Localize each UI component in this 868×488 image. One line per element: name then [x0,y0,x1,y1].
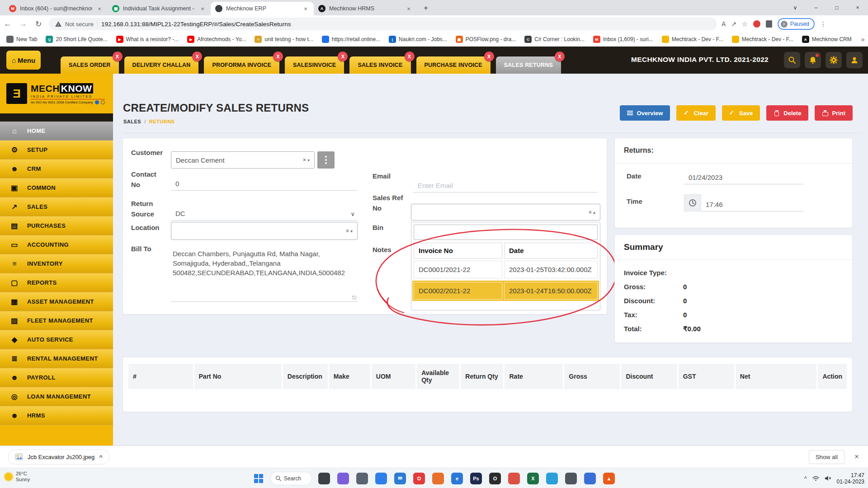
bookmark-star-icon[interactable]: ☆ [742,20,748,28]
download-item[interactable]: Jcb Excavator Js200.jpeg ^ [8,449,109,465]
bookmark-item[interactable]: A Mechknow CRM [802,36,852,43]
maximize-icon[interactable]: □ [826,0,847,15]
sidebar-item[interactable]: ◎ LOAN MANAGEMENT [0,387,113,406]
action-button[interactable]: Print [815,105,853,121]
browser-tab[interactable]: A Mechknow HRMS × [314,2,417,15]
bell-icon[interactable] [805,52,821,68]
app-tab-close-icon[interactable]: X [484,52,494,61]
bookmark-item[interactable]: Q 20 Short Life Quote... [46,36,107,43]
date-input[interactable]: 01/24/2023 [684,168,803,184]
taskbar-app-icon[interactable] [565,473,577,484]
taskbar-clock[interactable]: 17:47 01-24-2023 [837,472,864,485]
taskbar-app-icon[interactable]: O [489,473,501,484]
tab-close-icon[interactable]: × [199,5,206,12]
email-input[interactable]: Enter Email [413,176,597,192]
app-tab[interactable]: SALES INVOICE X [349,56,410,74]
action-button[interactable]: Overview [620,105,670,121]
sidebar-item[interactable]: ☻ HRMS [0,406,113,425]
sidebar-item[interactable]: ↗ SALES [0,197,113,216]
app-tab[interactable]: SALES RETURNS X [496,56,561,74]
action-button[interactable]: Save [722,105,760,121]
bookmark-item[interactable]: Mechtrack - Dev - F... [662,36,723,43]
sidebar-item[interactable]: ≣ RENTAL MANAGEMENT [0,349,113,368]
return-source-select[interactable]: DC ∨ [171,204,358,221]
browser-tab[interactable]: Mechknow ERP × [211,2,314,15]
chevron-down-icon[interactable]: ∨ [350,211,355,217]
taskbar-app-icon[interactable] [375,473,387,484]
invoice-row[interactable]: DC0001/2021-22 2023-01-25T03:42:00.000Z [414,261,598,278]
url-input[interactable]: ! Not secure 192.168.0.131:88/MIPL21-22T… [49,18,717,30]
wifi-icon[interactable] [812,476,819,481]
new-tab-button[interactable]: + [420,2,432,14]
app-tab[interactable]: SALES ORDER X [61,56,119,74]
breadcrumb-parent[interactable]: SALES [123,119,141,124]
tab-close-icon[interactable]: × [405,5,412,12]
bill-to-textarea[interactable]: Deccan Chambers, Punjagutta Rd, Matha Na… [171,247,358,302]
translate-icon[interactable]: A [722,20,726,28]
app-tab-close-icon[interactable]: X [555,52,565,61]
time-input[interactable]: 17:46 [701,194,803,211]
taskbar-app-icon[interactable] [337,473,349,484]
taskbar-app-icon[interactable]: X [527,473,539,484]
share-icon[interactable]: ↗ [731,20,736,28]
clear-selection-icon[interactable]: × [303,157,306,163]
dropdown-search-input[interactable] [414,225,598,240]
bookmark-item[interactable]: ≈ unit testing - how t... [255,36,313,43]
taskbar-app-icon[interactable] [318,473,330,484]
reload-icon[interactable]: ↻ [31,19,46,29]
app-tab-close-icon[interactable]: X [113,52,123,61]
contact-no-input[interactable]: 0 [171,174,358,191]
back-icon[interactable]: ← [0,19,15,28]
user-icon[interactable] [846,52,863,68]
gear-icon[interactable] [826,52,842,68]
minimize-icon[interactable]: – [806,0,826,15]
not-secure-icon[interactable]: ! [55,21,61,27]
customer-options-button[interactable] [317,151,335,169]
download-bar-close-icon[interactable]: × [854,452,859,461]
bookmark-item[interactable]: Mechtrack - Dev - F... [732,36,793,43]
app-tab[interactable]: PURCHASE INVOICE X [416,56,491,74]
sidebar-item[interactable]: ⌂ HOME [0,122,113,141]
customer-select[interactable]: Deccan Cement × ▾ [171,151,315,169]
sidebar-item[interactable]: ▣ COMMON [0,178,113,197]
location-select[interactable]: × ▾ [171,222,358,240]
forward-icon[interactable]: → [15,19,31,28]
taskbar-app-icon[interactable]: O [413,473,425,484]
start-button-icon[interactable] [253,473,264,484]
taskbar-app-icon[interactable] [508,473,520,484]
bookmark-item[interactable]: New Tab [6,36,37,43]
bookmark-item[interactable]: M Inbox (1,609) - suri... [593,36,653,43]
taskbar-app-icon[interactable]: Ps [470,473,482,484]
sidebar-item[interactable]: ▤ PURCHASES [0,216,113,235]
bookmark-item[interactable]: https://retail.online... [322,36,380,43]
app-tab-close-icon[interactable]: X [338,52,348,61]
taskbar-app-icon[interactable] [432,473,444,484]
chevron-up-icon[interactable]: ▴ [593,210,595,215]
chevron-down-icon[interactable]: ▾ [350,229,353,234]
taskbar-app-icon[interactable] [546,473,558,484]
taskbar-app-icon[interactable]: ▲ [603,473,615,484]
app-tab-close-icon[interactable]: X [273,52,283,61]
tray-chevron-up-icon[interactable]: ^ [804,475,807,482]
sidebar-item[interactable]: ☻ PAYROLL [0,368,113,387]
taskbar-app-icon[interactable] [356,473,368,484]
adblock-extension-icon[interactable] [753,20,760,28]
close-icon[interactable]: × [847,0,868,15]
sidebar-item[interactable]: ⚙ SETUP [0,141,113,160]
tab-close-icon[interactable]: × [302,5,309,12]
bookmark-item[interactable]: ▦ POSFlow.png - dra... [456,36,516,43]
clear-selection-icon[interactable]: × [589,209,592,216]
chevron-up-icon[interactable]: ^ [99,454,103,460]
sidebar-item[interactable]: ◆ AUTO SERVICE [0,330,113,349]
sidebar-item[interactable]: ▦ ASSET MANAGEMENT [0,292,113,311]
extensions-icon[interactable] [766,20,772,28]
tab-close-icon[interactable]: × [96,5,103,12]
taskbar-search[interactable]: Search [270,472,312,485]
browser-menu-icon[interactable]: ⋮ [820,20,826,28]
app-tab[interactable]: PROFORMA INVOICE X [204,56,279,74]
taskbar-app-icon[interactable] [584,473,596,484]
sidebar-item[interactable]: ▨ FLEET MANAGEMENT [0,311,113,330]
bookmark-item[interactable]: ( Naukri.com - Jobs... [389,36,447,43]
volume-muted-icon[interactable] [825,475,831,481]
taskbar-app-icon[interactable]: e [451,473,463,484]
